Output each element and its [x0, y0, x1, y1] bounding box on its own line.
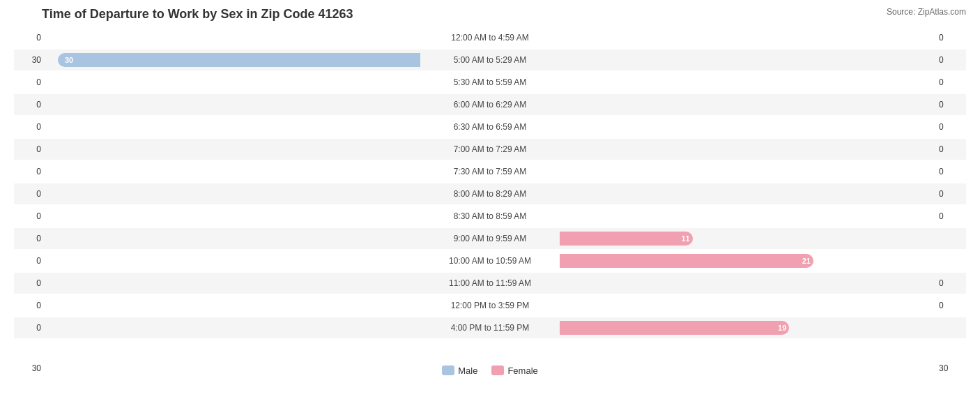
- female-value: 0: [935, 55, 966, 65]
- time-label: 5:30 AM to 5:59 AM: [420, 77, 560, 87]
- female-bar-container: 21: [560, 254, 935, 268]
- male-bar-container: [45, 142, 420, 156]
- time-label: 6:00 AM to 6:29 AM: [420, 100, 560, 110]
- chart-row: 06:30 AM to 6:59 AM0: [14, 116, 966, 137]
- time-label: 7:30 AM to 7:59 AM: [420, 167, 560, 176]
- female-bar-container: [560, 165, 935, 179]
- chart-row: 07:30 AM to 7:59 AM0: [14, 161, 966, 182]
- female-value: 0: [935, 278, 966, 288]
- female-bar-container: [560, 53, 935, 67]
- male-value: 0: [14, 144, 45, 154]
- female-bar: 11: [560, 232, 693, 246]
- chart-row: 012:00 AM to 4:59 AM0: [14, 27, 966, 48]
- female-value: 0: [935, 189, 966, 199]
- female-value: 0: [935, 33, 966, 43]
- male-bar-container: [45, 276, 420, 290]
- female-value: 0: [935, 100, 966, 110]
- chart-row: 08:00 AM to 8:29 AM0: [14, 183, 966, 204]
- chart-row: 04:00 PM to 11:59 PM19: [14, 317, 966, 338]
- chart-row: 011:00 AM to 11:59 AM0: [14, 273, 966, 294]
- male-bar-container: [45, 299, 420, 312]
- axis-row: 30 Male Female 30: [14, 361, 966, 375]
- female-bar-container: [560, 187, 935, 201]
- female-bar-container: [560, 276, 935, 290]
- chart-row: 08:30 AM to 8:59 AM0: [14, 206, 966, 227]
- male-bar-container: [45, 209, 420, 223]
- time-label: 10:00 AM to 10:59 AM: [420, 256, 560, 266]
- chart-container: Time of Departure to Work by Sex in Zip …: [0, 0, 980, 415]
- legend-female-box: [491, 365, 504, 375]
- time-label: 4:00 PM to 11:59 PM: [420, 323, 560, 333]
- male-bar-container: [45, 187, 420, 201]
- legend: Male Female: [442, 365, 538, 376]
- male-bar-container: [45, 120, 420, 134]
- legend-female-label: Female: [507, 365, 537, 376]
- female-value: 0: [935, 301, 966, 310]
- legend-male: Male: [442, 365, 477, 376]
- time-label: 6:30 AM to 6:59 AM: [420, 122, 560, 132]
- time-label: 12:00 AM to 4:59 AM: [420, 33, 560, 43]
- legend-male-box: [442, 365, 454, 375]
- male-value: 0: [14, 77, 45, 87]
- male-bar-container: [45, 254, 420, 268]
- male-bar-container: [45, 98, 420, 112]
- male-value: 0: [14, 301, 45, 310]
- chart-area: 012:00 AM to 4:59 AM030305:00 AM to 5:29…: [14, 27, 966, 359]
- female-bar-container: 19: [560, 321, 935, 335]
- chart-row: 012:00 PM to 3:59 PM0: [14, 295, 966, 316]
- male-value: 0: [14, 189, 45, 199]
- time-label: 7:00 AM to 7:29 AM: [420, 144, 560, 154]
- female-bar: 21: [560, 254, 813, 268]
- time-label: 5:00 AM to 5:29 AM: [420, 55, 560, 65]
- male-value: 0: [14, 323, 45, 333]
- male-bar-container: [45, 165, 420, 179]
- chart-title: Time of Departure to Work by Sex in Zip …: [14, 7, 966, 22]
- male-bar-container: [45, 31, 420, 45]
- legend-female: Female: [491, 365, 537, 376]
- female-value: 0: [935, 167, 966, 176]
- time-label: 9:00 AM to 9:59 AM: [420, 234, 560, 243]
- male-bar-container: [45, 75, 420, 89]
- male-bar-container: [45, 232, 420, 246]
- chart-row: 30305:00 AM to 5:29 AM0: [14, 50, 966, 70]
- female-bar-container: [560, 98, 935, 112]
- legend-male-label: Male: [458, 365, 477, 376]
- female-bar-container: [560, 299, 935, 312]
- time-label: 8:00 AM to 8:29 AM: [420, 189, 560, 199]
- male-bar: 30: [58, 53, 420, 67]
- time-label: 12:00 PM to 3:59 PM: [420, 301, 560, 310]
- female-bar-container: [560, 75, 935, 89]
- female-value: 0: [935, 144, 966, 154]
- chart-row: 07:00 AM to 7:29 AM0: [14, 139, 966, 160]
- male-value: 30: [14, 55, 45, 65]
- male-value: 0: [14, 122, 45, 132]
- male-bar-container: 30: [45, 53, 420, 67]
- male-value: 0: [14, 33, 45, 43]
- time-label: 11:00 AM to 11:59 AM: [420, 278, 560, 288]
- female-value: 0: [935, 122, 966, 132]
- male-bar-container: [45, 321, 420, 335]
- female-bar-container: [560, 31, 935, 45]
- male-value: 0: [14, 167, 45, 176]
- chart-row: 05:30 AM to 5:59 AM0: [14, 72, 966, 93]
- female-bar-container: [560, 209, 935, 223]
- chart-row: 06:00 AM to 6:29 AM0: [14, 94, 966, 115]
- female-bar: 19: [560, 321, 789, 335]
- female-bar-container: [560, 120, 935, 134]
- male-value: 0: [14, 256, 45, 266]
- source-label: Source: ZipAtlas.com: [887, 7, 966, 17]
- axis-left-label: 30: [14, 363, 45, 373]
- male-value: 0: [14, 211, 45, 221]
- axis-right-label: 30: [935, 363, 966, 373]
- chart-row: 010:00 AM to 10:59 AM21: [14, 250, 966, 271]
- male-value: 0: [14, 278, 45, 288]
- female-value: 0: [935, 77, 966, 87]
- male-value: 0: [14, 100, 45, 110]
- female-bar-container: [560, 142, 935, 156]
- time-label: 8:30 AM to 8:59 AM: [420, 211, 560, 221]
- chart-row: 09:00 AM to 9:59 AM11: [14, 228, 966, 249]
- female-bar-container: 11: [560, 232, 935, 246]
- male-value: 0: [14, 234, 45, 243]
- female-value: 0: [935, 211, 966, 221]
